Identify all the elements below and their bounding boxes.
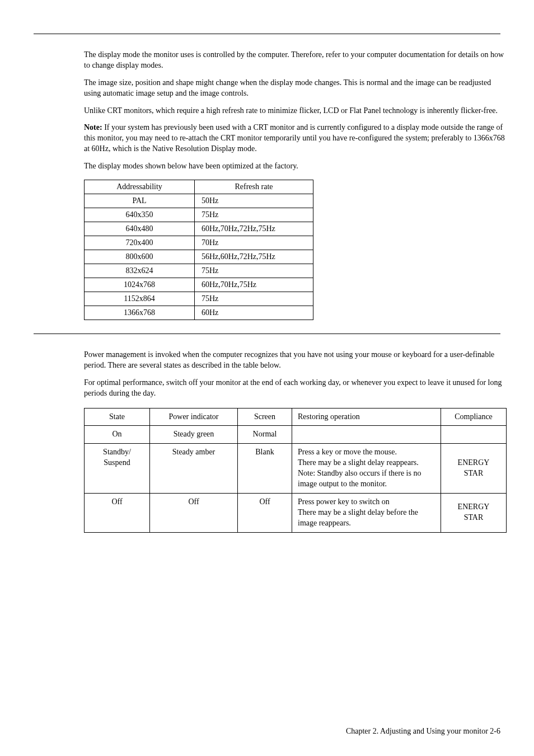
cell-addressability: 640x480 — [85, 222, 195, 236]
cell-screen: Off — [238, 493, 292, 532]
table-row: 800x60056Hz,60Hz,72Hz,75Hz — [85, 250, 313, 264]
cell-screen: Blank — [238, 444, 292, 494]
table-row: Off Off Off Press power key to switch on… — [85, 493, 507, 532]
table-header-row: Addressability Refresh rate — [85, 180, 313, 194]
table-row: 1152x86475Hz — [85, 292, 313, 306]
cell-power: Off — [150, 493, 238, 532]
cell-state: Standby/Suspend — [85, 444, 150, 494]
table-row: 640x48060Hz,70Hz,72Hz,75Hz — [85, 222, 313, 236]
cell-refresh: 75Hz — [195, 264, 313, 278]
page: The display mode the monitor uses is con… — [0, 0, 534, 756]
paragraph: The display modes shown below have been … — [84, 161, 509, 172]
note-paragraph: Note: If your system has previously been… — [84, 123, 509, 154]
table-row: Standby/Suspend Steady amber Blank Press… — [85, 444, 507, 494]
cell-refresh: 75Hz — [195, 208, 313, 222]
paragraph: The display mode the monitor uses is con… — [84, 50, 509, 71]
cell-power: Steady green — [150, 426, 238, 444]
cell-refresh: 60Hz,70Hz,72Hz,75Hz — [195, 222, 313, 236]
cell-refresh: 70Hz — [195, 236, 313, 250]
cell-addressability: 832x624 — [85, 264, 195, 278]
note-label: Note: — [84, 123, 102, 132]
cell-addressability: 1024x768 — [85, 278, 195, 292]
section-divider-2 — [34, 334, 500, 334]
section-divider-1 — [34, 34, 500, 34]
note-text: If your system has previously been used … — [84, 123, 505, 153]
table-row: 832x62475Hz — [85, 264, 313, 278]
cell-restore: Press power key to switch onThere may be… — [292, 493, 441, 532]
paragraph: Power management is invoked when the com… — [84, 350, 509, 371]
display-modes-table: Addressability Refresh rate PAL50Hz 640x… — [84, 180, 313, 320]
cell-refresh: 60Hz,70Hz,75Hz — [195, 278, 313, 292]
cell-addressability: 800x600 — [85, 250, 195, 264]
cell-addressability: 1152x864 — [85, 292, 195, 306]
section-1-text: The display mode the monitor uses is con… — [34, 50, 509, 172]
page-footer: Chapter 2. Adjusting and Using your moni… — [346, 726, 500, 737]
cell-restore — [292, 426, 441, 444]
cell-addressability: 640x350 — [85, 208, 195, 222]
cell-addressability: 1366x768 — [85, 306, 195, 320]
table-row: 720x40070Hz — [85, 236, 313, 250]
paragraph: Unlike CRT monitors, which require a hig… — [84, 106, 509, 116]
cell-screen: Normal — [238, 426, 292, 444]
col-header-compliance: Compliance — [441, 408, 507, 426]
table-row: 1024x76860Hz,70Hz,75Hz — [85, 278, 313, 292]
table-row: 640x35075Hz — [85, 208, 313, 222]
col-header-state: State — [85, 408, 150, 426]
power-management-table: State Power indicator Screen Restoring o… — [84, 408, 507, 533]
col-header-addressability: Addressability — [85, 180, 195, 194]
cell-compliance: ENERGYSTAR — [441, 493, 507, 532]
cell-addressability: 720x400 — [85, 236, 195, 250]
section-2-text: Power management is invoked when the com… — [34, 350, 509, 399]
compliance-inner: ENERGYSTAR — [446, 502, 502, 523]
cell-refresh: 56Hz,60Hz,72Hz,75Hz — [195, 250, 313, 264]
cell-power: Steady amber — [150, 444, 238, 494]
table-header-row: State Power indicator Screen Restoring o… — [85, 408, 507, 426]
cell-state: Off — [85, 493, 150, 532]
paragraph: The image size, position and shape might… — [84, 78, 509, 99]
cell-restore: Press a key or move the mouse.There may … — [292, 444, 441, 494]
table-row: 1366x76860Hz — [85, 306, 313, 320]
cell-refresh: 50Hz — [195, 194, 313, 208]
col-header-restore: Restoring operation — [292, 408, 441, 426]
col-header-refresh-rate: Refresh rate — [195, 180, 313, 194]
table-row: On Steady green Normal — [85, 426, 507, 444]
table-row: PAL50Hz — [85, 194, 313, 208]
paragraph: For optimal performance, switch off your… — [84, 378, 509, 399]
compliance-inner: ENERGYSTAR — [446, 458, 502, 479]
col-header-screen: Screen — [238, 408, 292, 426]
cell-addressability: PAL — [85, 194, 195, 208]
cell-compliance: ENERGYSTAR — [441, 444, 507, 494]
cell-refresh: 60Hz — [195, 306, 313, 320]
col-header-power: Power indicator — [150, 408, 238, 426]
cell-state: On — [85, 426, 150, 444]
cell-refresh: 75Hz — [195, 292, 313, 306]
cell-compliance — [441, 426, 507, 444]
